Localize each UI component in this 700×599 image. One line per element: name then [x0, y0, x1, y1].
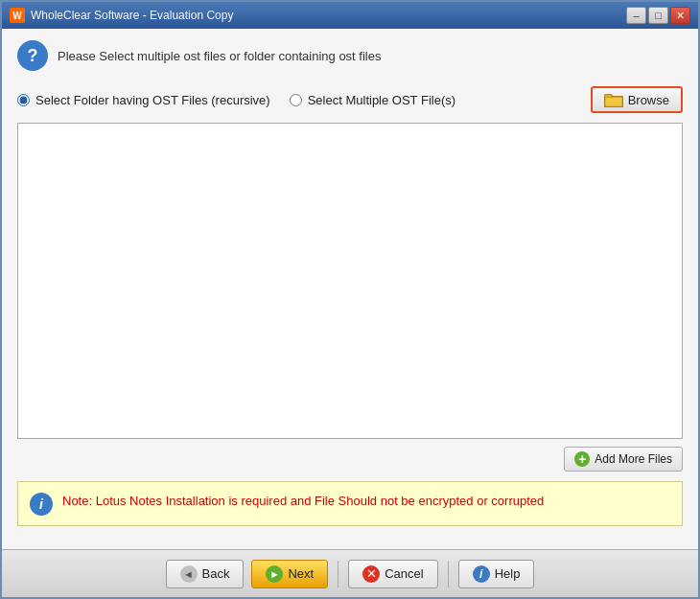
radio-files-label: Select Multiple OST File(s): [308, 93, 455, 107]
app-icon-text: W: [12, 11, 21, 21]
radio-files-input[interactable]: [290, 94, 302, 106]
close-button[interactable]: ✕: [670, 7, 690, 24]
note-text: Note: Lotus Notes Installation is requir…: [62, 492, 544, 511]
add-files-row: + Add More Files: [17, 447, 683, 472]
next-button[interactable]: ► Next: [251, 560, 328, 588]
help-icon: i: [473, 565, 490, 583]
add-more-files-button[interactable]: + Add More Files: [564, 447, 683, 472]
info-icon: i: [30, 493, 53, 516]
options-row: Select Folder having OST Files (recursiv…: [17, 86, 683, 113]
window-title: WholeClear Software - Evaluation Copy: [31, 9, 233, 22]
maximize-button[interactable]: □: [648, 7, 668, 24]
radio-folder-option[interactable]: Select Folder having OST Files (recursiv…: [17, 93, 270, 107]
radio-folder-input[interactable]: [17, 94, 30, 106]
back-icon: ◄: [180, 565, 198, 583]
help-button[interactable]: i Help: [458, 560, 535, 588]
back-button[interactable]: ◄ Back: [166, 560, 245, 588]
main-window: W WholeClear Software - Evaluation Copy …: [0, 0, 700, 599]
folder-icon: [604, 92, 623, 107]
file-list-area: [17, 123, 683, 439]
back-label: Back: [202, 566, 230, 581]
title-bar: W WholeClear Software - Evaluation Copy …: [2, 2, 698, 29]
separator: [338, 561, 338, 587]
separator2: [448, 561, 449, 587]
radio-files-option[interactable]: Select Multiple OST File(s): [290, 93, 455, 107]
content-area: ? Please Select multiple ost files or fo…: [2, 29, 698, 549]
title-bar-left: W WholeClear Software - Evaluation Copy: [10, 8, 233, 23]
cancel-label: Cancel: [385, 566, 423, 581]
cancel-button[interactable]: ✕ Cancel: [348, 560, 437, 588]
header-row: ? Please Select multiple ost files or fo…: [17, 40, 683, 71]
cancel-icon: ✕: [362, 565, 380, 583]
browse-button[interactable]: Browse: [591, 86, 683, 113]
instruction-text: Please Select multiple ost files or fold…: [58, 49, 381, 63]
question-icon: ?: [17, 40, 48, 71]
bottom-bar: ◄ Back ► Next ✕ Cancel i Help: [2, 549, 698, 597]
minimize-button[interactable]: –: [626, 7, 646, 24]
add-files-label: Add More Files: [595, 452, 672, 466]
next-icon: ►: [266, 565, 283, 583]
note-box: i Note: Lotus Notes Installation is requ…: [17, 481, 683, 526]
title-controls: – □ ✕: [626, 7, 690, 24]
svg-rect-2: [605, 97, 622, 106]
browse-label: Browse: [628, 93, 669, 107]
plus-icon: +: [574, 451, 590, 467]
radio-folder-label: Select Folder having OST Files (recursiv…: [35, 93, 270, 107]
help-label: Help: [495, 566, 521, 581]
next-label: Next: [288, 566, 314, 581]
app-icon: W: [10, 8, 25, 23]
